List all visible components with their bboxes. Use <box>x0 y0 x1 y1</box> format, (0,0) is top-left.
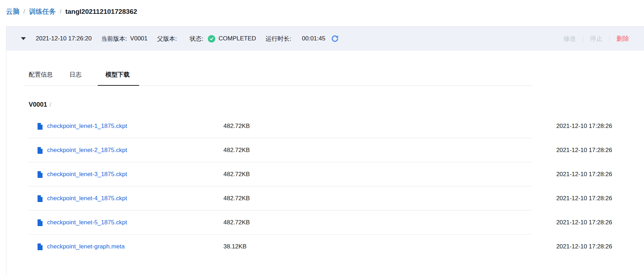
parent-version-group: 父版本: <box>157 35 180 43</box>
duration-label: 运行时长: <box>266 35 291 43</box>
table-row: checkpoint_lenet-graph.meta 38.12KB 2021… <box>29 235 618 259</box>
version-actions: 修改 停止 删除 <box>563 34 629 43</box>
table-row: checkpoint_lenet-3_1875.ckpt 482.72KB 20… <box>29 162 618 186</box>
refresh-icon[interactable] <box>331 35 339 43</box>
file-icon <box>37 171 43 178</box>
file-size: 482.72KB <box>223 195 250 202</box>
current-version-value: V0001 <box>130 35 148 42</box>
file-size: 482.72KB <box>223 123 250 130</box>
current-version-group: 当前版本: V0001 <box>101 35 148 43</box>
version-header-bar: 2021-12-10 17:26:20 当前版本: V0001 父版本: 状态:… <box>6 27 644 51</box>
file-name-cell: checkpoint_lenet-4_1875.ckpt <box>37 195 223 202</box>
parent-version-label: 父版本: <box>157 35 177 43</box>
delete-button[interactable]: 删除 <box>616 34 629 43</box>
file-name-cell: checkpoint_lenet-3_1875.ckpt <box>37 171 223 178</box>
table-row: checkpoint_lenet-2_1875.ckpt 482.72KB 20… <box>29 138 618 162</box>
breadcrumb-link-cloudbrain[interactable]: 云脑 <box>6 7 19 16</box>
breadcrumb-separator: / <box>23 7 25 16</box>
status-group: 状态: COMPLETED <box>190 35 256 43</box>
file-link[interactable]: checkpoint_lenet-graph.meta <box>47 243 125 250</box>
file-name-cell: checkpoint_lenet-2_1875.ckpt <box>37 147 223 154</box>
action-separator <box>583 36 583 41</box>
caret-down-icon[interactable] <box>21 37 26 40</box>
file-name-cell: checkpoint_lenet-graph.meta <box>37 243 223 251</box>
breadcrumb-separator: / <box>60 7 62 16</box>
status-value: COMPLETED <box>218 35 256 42</box>
file-modified-time: 2021-12-10 17:28:26 <box>556 243 612 250</box>
table-row: checkpoint_lenet-4_1875.ckpt 482.72KB 20… <box>29 186 618 211</box>
table-row: checkpoint_lenet-1_1875.ckpt 482.72KB 20… <box>29 114 618 138</box>
file-size: 482.72KB <box>223 171 250 178</box>
stop-button[interactable]: 停止 <box>590 34 603 43</box>
tab-logs[interactable]: 日志 <box>69 71 81 85</box>
file-modified-time: 2021-12-10 17:28:26 <box>556 147 612 154</box>
version-timestamp: 2021-12-10 17:26:20 <box>36 35 92 42</box>
tab-model-download[interactable]: 模型下载 <box>106 71 130 85</box>
status-label: 状态: <box>190 35 204 43</box>
model-path: V0001 / <box>29 101 644 108</box>
file-name-cell: checkpoint_lenet-5_1875.ckpt <box>37 219 223 226</box>
file-link[interactable]: checkpoint_lenet-2_1875.ckpt <box>47 147 127 154</box>
file-modified-time: 2021-12-10 17:28:26 <box>556 195 612 202</box>
action-separator <box>609 36 610 41</box>
modify-button[interactable]: 修改 <box>563 34 576 43</box>
file-icon <box>37 243 43 251</box>
table-row: checkpoint_lenet-5_1875.ckpt 482.72KB 20… <box>29 211 618 235</box>
breadcrumb: 云脑 / 训练任务 / tangl202112101728362 <box>0 0 644 16</box>
file-modified-time: 2021-12-10 17:28:26 <box>556 219 612 226</box>
file-icon <box>37 123 43 130</box>
breadcrumb-current-task: tangl202112101728362 <box>65 7 137 16</box>
detail-tabs: 配置信息 日志 模型下载 <box>23 71 531 86</box>
file-size: 482.72KB <box>223 147 250 154</box>
file-icon <box>37 219 43 226</box>
file-icon <box>37 195 43 202</box>
file-size: 482.72KB <box>223 219 250 226</box>
duration-group: 运行时长: 00:01:45 <box>266 35 325 43</box>
file-size: 38.12KB <box>223 243 246 250</box>
file-name-cell: checkpoint_lenet-1_1875.ckpt <box>37 123 223 130</box>
file-modified-time: 2021-12-10 17:28:26 <box>556 171 612 178</box>
check-circle-icon <box>208 35 215 43</box>
breadcrumb-link-training-tasks[interactable]: 训练任务 <box>29 7 56 16</box>
file-link[interactable]: checkpoint_lenet-1_1875.ckpt <box>47 123 127 130</box>
file-link[interactable]: checkpoint_lenet-3_1875.ckpt <box>47 171 127 178</box>
model-path-version[interactable]: V0001 <box>29 101 47 108</box>
duration-value: 00:01:45 <box>302 35 325 42</box>
file-icon <box>37 147 43 154</box>
file-link[interactable]: checkpoint_lenet-4_1875.ckpt <box>47 195 127 202</box>
task-detail-card: 2021-12-10 17:26:20 当前版本: V0001 父版本: 状态:… <box>6 26 644 275</box>
file-modified-time: 2021-12-10 17:28:26 <box>556 123 612 130</box>
tab-config-info[interactable]: 配置信息 <box>29 71 53 85</box>
model-file-table: checkpoint_lenet-1_1875.ckpt 482.72KB 20… <box>29 114 644 259</box>
model-path-separator: / <box>50 101 51 108</box>
current-version-label: 当前版本: <box>101 35 127 43</box>
file-link[interactable]: checkpoint_lenet-5_1875.ckpt <box>47 219 127 226</box>
